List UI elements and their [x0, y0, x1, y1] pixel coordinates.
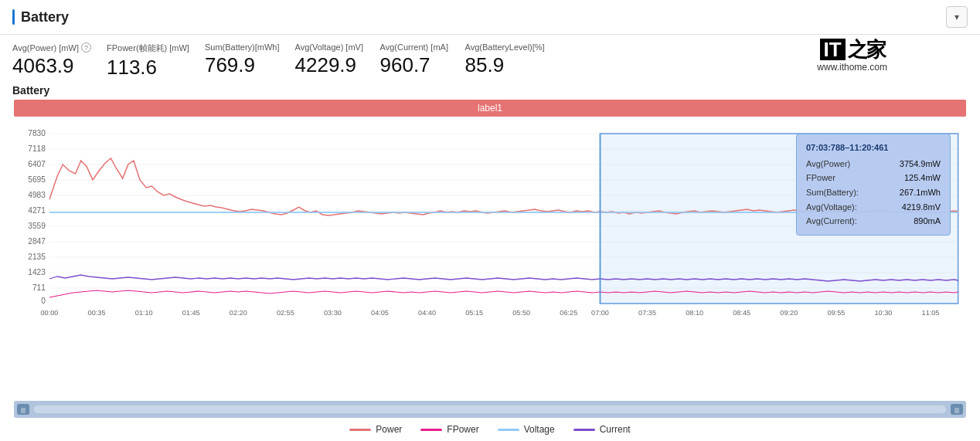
svg-text:5695: 5695 — [28, 175, 46, 184]
stat-item-4: Avg(Current) [mA]960.7 — [380, 42, 465, 77]
svg-text:4271: 4271 — [28, 206, 46, 215]
stat-label-5: Avg(BatteryLevel)[%] — [465, 42, 545, 52]
stat-item-5: Avg(BatteryLevel)[%]85.9 — [465, 42, 560, 77]
svg-text:2135: 2135 — [28, 253, 46, 261]
svg-text:3559: 3559 — [28, 222, 46, 230]
label-bar: label1 — [14, 100, 966, 117]
svg-text:01:10: 01:10 — [135, 309, 153, 317]
watermark-zh: 之家 — [848, 39, 885, 59]
tooltip-row-3: Avg(Voltage):4219.8mV — [806, 200, 941, 215]
svg-text:02:20: 02:20 — [230, 309, 247, 317]
svg-text:01:45: 01:45 — [182, 309, 200, 317]
svg-text:06:25: 06:25 — [560, 309, 577, 317]
header-left: Battery — [12, 9, 69, 25]
label-bar-text: label1 — [478, 103, 502, 114]
legend-item-2: Voltage — [498, 424, 555, 435]
svg-text:04:05: 04:05 — [371, 309, 389, 317]
svg-text:7118: 7118 — [28, 144, 46, 153]
legend-line-1 — [420, 429, 442, 431]
tooltip-box: 07:03:788–11:20:461Avg(Power)3754.9mWFPo… — [796, 134, 951, 236]
info-icon-0[interactable]: ? — [81, 42, 91, 53]
header-accent-bar — [12, 9, 15, 25]
tooltip-row-1: FPower125.4mW — [806, 171, 941, 185]
stat-label-2: Sum(Battery)[mWh] — [205, 42, 280, 52]
stat-value-1: 113.6 — [107, 56, 157, 80]
watermark-url: www.ithome.com — [817, 62, 887, 73]
stat-value-5: 85.9 — [465, 53, 505, 77]
tooltip-row-2: Sum(Battery):267.1mWh — [806, 185, 941, 200]
svg-text:4983: 4983 — [28, 191, 46, 199]
stat-item-2: Sum(Battery)[mWh]769.9 — [205, 42, 295, 77]
stat-label-4: Avg(Current) [mA] — [380, 42, 448, 52]
scrollbar[interactable]: ||| ||| — [14, 401, 966, 418]
svg-text:1423: 1423 — [28, 268, 46, 276]
stat-value-2: 769.9 — [205, 53, 255, 77]
svg-text:00:00: 00:00 — [41, 309, 59, 317]
svg-text:07:00: 07:00 — [591, 309, 609, 317]
legend-line-3 — [573, 429, 595, 431]
svg-text:05:50: 05:50 — [512, 309, 530, 317]
stat-item-1: FPower(帧能耗) [mW]113.6 — [107, 42, 205, 80]
legend-line-0 — [349, 429, 371, 431]
svg-text:6407: 6407 — [28, 160, 46, 168]
stat-item-3: Avg(Voltage) [mV]4229.9 — [295, 42, 380, 77]
page-title: Battery — [21, 9, 69, 25]
watermark: IT 之家 www.ithome.com — [817, 39, 887, 73]
stat-label-3: Avg(Voltage) [mV] — [295, 42, 363, 52]
scroll-handle-left[interactable]: ||| — [17, 404, 29, 415]
svg-text:10:30: 10:30 — [874, 309, 892, 317]
main-container: Battery ▾ Avg(Power) [mW]?4063.9FPower(帧… — [0, 0, 980, 441]
scroll-handle-right[interactable]: ||| — [951, 404, 963, 415]
svg-text:0: 0 — [41, 297, 46, 305]
stat-value-0: 4063.9 — [12, 54, 74, 78]
svg-text:08:10: 08:10 — [686, 309, 703, 317]
svg-text:07:35: 07:35 — [638, 309, 656, 317]
stat-value-4: 960.7 — [380, 53, 430, 77]
dropdown-button[interactable]: ▾ — [946, 6, 968, 28]
svg-text:04:40: 04:40 — [418, 309, 436, 317]
svg-text:2847: 2847 — [28, 237, 46, 246]
svg-text:09:20: 09:20 — [780, 309, 798, 317]
tooltip-row-0: Avg(Power)3754.9mW — [806, 157, 941, 171]
svg-text:711: 711 — [32, 283, 46, 292]
legend-label-0: Power — [376, 424, 402, 435]
svg-text:00:35: 00:35 — [88, 309, 106, 317]
tooltip-row-4: Avg(Current):890mA — [806, 214, 941, 229]
svg-text:08:45: 08:45 — [733, 309, 750, 317]
svg-text:7830: 7830 — [28, 129, 46, 137]
stat-item-0: Avg(Power) [mW]?4063.9 — [12, 42, 107, 78]
chart-container: label1 7830 7118 — [0, 100, 980, 441]
section-title: Battery — [0, 83, 980, 100]
watermark-it: IT — [820, 39, 846, 60]
chart-svg-wrapper[interactable]: 7830 7118 6407 5695 4983 4271 3559 2847 … — [6, 118, 974, 399]
legend-row: PowerFPowerVoltageCurrent — [6, 419, 974, 441]
legend-label-2: Voltage — [524, 424, 555, 435]
stat-label-1: FPower(帧能耗) [mW] — [107, 42, 189, 54]
tooltip-title: 07:03:788–11:20:461 — [806, 141, 941, 155]
stat-label-0: Avg(Power) [mW]? — [12, 42, 91, 53]
svg-text:02:55: 02:55 — [277, 309, 294, 317]
svg-text:03:30: 03:30 — [324, 309, 342, 317]
legend-item-1: FPower — [420, 424, 478, 435]
legend-line-2 — [498, 429, 519, 431]
header: Battery ▾ — [0, 0, 980, 35]
svg-text:11:05: 11:05 — [922, 309, 940, 317]
stats-row: Avg(Power) [mW]?4063.9FPower(帧能耗) [mW]11… — [0, 35, 980, 83]
svg-text:05:15: 05:15 — [465, 309, 483, 317]
watermark-logo: IT 之家 — [820, 39, 885, 60]
legend-label-3: Current — [600, 424, 631, 435]
stat-value-3: 4229.9 — [295, 53, 357, 77]
legend-item-0: Power — [349, 424, 402, 435]
legend-item-3: Current — [573, 424, 631, 435]
legend-label-1: FPower — [447, 424, 478, 435]
svg-text:09:55: 09:55 — [827, 309, 845, 317]
